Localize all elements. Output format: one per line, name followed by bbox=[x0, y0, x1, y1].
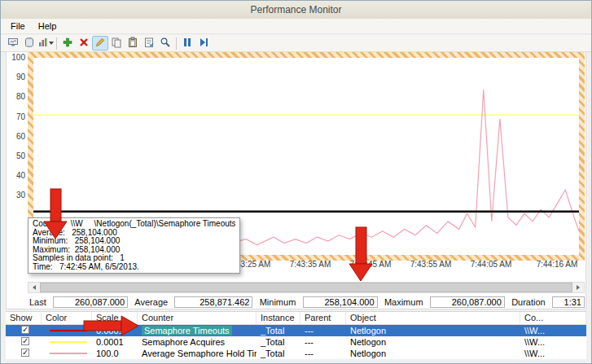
header-object[interactable]: Object bbox=[346, 312, 520, 324]
instance-cell: _Total bbox=[257, 348, 300, 359]
chevron-down-icon bbox=[49, 42, 54, 45]
computer-cell: \\W... bbox=[520, 325, 586, 336]
properties-button[interactable] bbox=[141, 36, 157, 50]
freeze-display-button[interactable] bbox=[179, 36, 195, 50]
maximum-label: Maximum bbox=[383, 297, 425, 307]
y-tick: 30 bbox=[6, 191, 25, 200]
minimum-label: Minimum bbox=[258, 297, 298, 307]
toolbar bbox=[1, 35, 591, 52]
highlight-button[interactable] bbox=[92, 36, 108, 50]
color-swatch bbox=[50, 330, 87, 331]
header-show[interactable]: Show bbox=[6, 312, 42, 324]
toolbar-separator bbox=[176, 37, 177, 50]
y-tick: 50 bbox=[6, 151, 25, 160]
title-bar[interactable]: Performance Monitor bbox=[1, 1, 591, 19]
header-parent[interactable]: Parent bbox=[300, 312, 346, 324]
change-graph-type-button[interactable] bbox=[37, 36, 54, 50]
properties-icon bbox=[143, 37, 155, 50]
toolbar-separator bbox=[56, 37, 57, 50]
update-data-button[interactable] bbox=[195, 36, 212, 50]
object-cell: Netlogon bbox=[346, 348, 520, 359]
play-step-icon bbox=[198, 37, 209, 50]
delete-counter-button[interactable] bbox=[76, 36, 92, 50]
x-tick: 7:44:05 AM bbox=[463, 260, 520, 269]
pencil-icon bbox=[94, 37, 106, 50]
view-log-data-button[interactable] bbox=[21, 36, 37, 50]
x-tick: 7:43:55 AM bbox=[402, 260, 459, 269]
counter-row-semaphore-timeouts[interactable]: 0.0001 Semaphore Timeouts _Total --- Net… bbox=[6, 325, 586, 336]
clipboard-icon bbox=[127, 37, 138, 50]
header-scale[interactable]: Scale bbox=[92, 312, 138, 324]
maximum-value: 260,087.000 bbox=[430, 296, 505, 308]
zoom-button[interactable] bbox=[157, 36, 173, 50]
add-counter-button[interactable] bbox=[59, 36, 76, 50]
window-title: Performance Monitor bbox=[250, 4, 341, 15]
minimum-value: 258,104.000 bbox=[303, 296, 378, 308]
tooltip-minimum-line: Minimum: 258,104.000 bbox=[33, 237, 235, 246]
paste-counter-list-button[interactable] bbox=[125, 36, 141, 50]
average-value: 258,871.462 bbox=[174, 296, 252, 308]
scale-cell: 0.0001 bbox=[92, 325, 138, 336]
timeline-scrollbar[interactable] bbox=[28, 282, 585, 293]
color-swatch bbox=[50, 353, 87, 354]
scroll-right-button[interactable] bbox=[572, 283, 584, 292]
monitor-chart-icon bbox=[7, 37, 19, 50]
x-tick: 7:43:35 AM bbox=[282, 260, 339, 269]
parent-cell: --- bbox=[300, 325, 346, 336]
tooltip-time-line: Time: 7:42:45 AM, 6/5/2013. bbox=[33, 263, 235, 272]
copy-icon bbox=[111, 37, 122, 50]
tooltip-average-line: Average: 258,104.000 bbox=[33, 229, 235, 238]
computer-cell: \\W... bbox=[520, 336, 586, 348]
pause-icon bbox=[182, 37, 193, 50]
value-bar: Last 260,087.000 Average 258,871.462 Min… bbox=[28, 296, 585, 308]
red-x-icon bbox=[78, 37, 90, 50]
counter-tooltip: Counter: \\W \Netlogon(_Total)\Semaphore… bbox=[28, 217, 240, 274]
green-plus-icon bbox=[62, 37, 73, 50]
header-counter[interactable]: Counter bbox=[138, 312, 257, 324]
y-tick: 80 bbox=[6, 92, 25, 101]
tooltip-samples-line: Samples in data point: 1 bbox=[33, 254, 235, 263]
counter-legend: Show Color Scale Counter Instance Parent… bbox=[6, 311, 586, 359]
y-tick: 40 bbox=[6, 171, 25, 180]
last-label: Last bbox=[28, 297, 48, 307]
legend-header-row: Show Color Scale Counter Instance Parent… bbox=[6, 312, 586, 325]
triangle-left-icon bbox=[33, 285, 36, 290]
show-checkbox[interactable] bbox=[21, 337, 29, 345]
y-tick: 60 bbox=[6, 132, 25, 141]
show-checkbox[interactable] bbox=[21, 326, 29, 334]
parent-cell: --- bbox=[300, 336, 346, 348]
duration-label: Duration bbox=[510, 297, 547, 307]
duration-value: 1:31 bbox=[552, 296, 585, 308]
menu-file[interactable]: File bbox=[4, 20, 32, 32]
counter-row-semaphore-acquires[interactable]: 0.0001 Semaphore Acquires _Total --- Net… bbox=[6, 336, 586, 348]
y-tick: 90 bbox=[6, 72, 25, 81]
view-current-activity-button[interactable] bbox=[5, 36, 21, 50]
header-instance[interactable]: Instance bbox=[257, 312, 300, 324]
scale-cell: 100.0 bbox=[92, 348, 138, 359]
show-checkbox[interactable] bbox=[21, 349, 29, 357]
object-cell: Netlogon bbox=[346, 325, 520, 336]
triangle-right-icon bbox=[577, 285, 580, 290]
header-computer[interactable]: Co... bbox=[520, 312, 586, 324]
menu-help[interactable]: Help bbox=[32, 20, 64, 32]
object-cell: Netlogon bbox=[346, 336, 520, 348]
scrollbar-thumb[interactable] bbox=[40, 283, 572, 292]
color-swatch bbox=[50, 341, 87, 343]
counter-cell: Semaphore Acquires bbox=[138, 336, 257, 348]
y-tick: 100 bbox=[6, 53, 25, 62]
y-tick: 70 bbox=[6, 112, 25, 121]
performance-monitor-window: Performance Monitor File Help bbox=[0, 0, 592, 364]
x-tick: 7:43:45 AM bbox=[342, 260, 399, 269]
header-color[interactable]: Color bbox=[42, 312, 92, 324]
magnifier-icon bbox=[160, 37, 171, 50]
menu-bar: File Help bbox=[1, 19, 591, 34]
counter-row-average-semaphore-hold-time[interactable]: 100.0 Average Semaphore Hold Time _Total… bbox=[6, 348, 586, 359]
log-database-icon bbox=[24, 37, 35, 50]
tooltip-maximum-line: Maximum: 258,104.000 bbox=[33, 246, 235, 255]
scale-cell: 0.0001 bbox=[92, 336, 138, 348]
counter-cell: Average Semaphore Hold Time bbox=[138, 348, 257, 359]
instance-cell: _Total bbox=[257, 336, 300, 348]
copy-properties-button[interactable] bbox=[108, 36, 125, 50]
scroll-left-button[interactable] bbox=[29, 283, 40, 292]
parent-cell: --- bbox=[300, 348, 346, 359]
